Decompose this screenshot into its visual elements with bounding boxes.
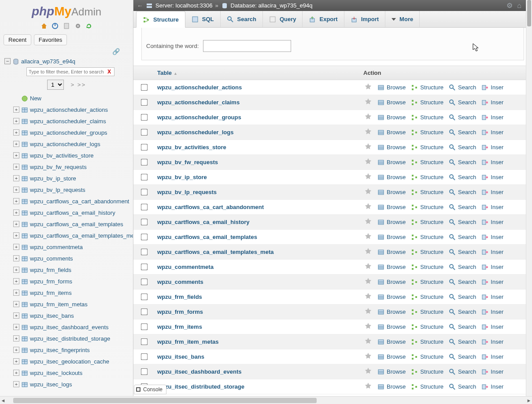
table-name-link[interactable]: wpzu_frm_fields	[157, 294, 202, 300]
action-browse[interactable]: Browse	[387, 159, 406, 165]
favorite-star-icon[interactable]	[362, 202, 375, 212]
tab-sql[interactable]: SQL	[185, 11, 221, 27]
vertical-scrollbar[interactable]	[526, 0, 532, 404]
row-checkbox[interactable]	[141, 204, 148, 211]
row-checkbox[interactable]	[141, 294, 148, 301]
row-checkbox[interactable]	[141, 219, 148, 226]
database-link[interactable]: allacira_wp735_e94q	[21, 58, 75, 65]
action-search[interactable]: Search	[458, 234, 476, 240]
logo[interactable]: phpMyAdmin	[0, 0, 133, 20]
action-structure[interactable]: Structure	[420, 338, 443, 345]
expand-icon[interactable]: +	[13, 107, 19, 113]
table-name-link[interactable]: wpzu_frm_forms	[157, 309, 203, 315]
action-search[interactable]: Search	[458, 264, 476, 270]
action-insert[interactable]: Inser	[491, 323, 503, 330]
expand-icon[interactable]: +	[13, 312, 19, 319]
action-browse[interactable]: Browse	[387, 368, 406, 375]
new-table-node[interactable]: New	[13, 92, 133, 104]
breadcrumb-database[interactable]: Database: allacira_wp735_e94q	[231, 2, 313, 9]
action-insert[interactable]: Inser	[491, 294, 503, 300]
page-select[interactable]: 1	[47, 80, 64, 90]
expand-icon[interactable]: +	[13, 324, 19, 330]
favorite-star-icon[interactable]	[362, 143, 375, 152]
action-browse[interactable]: Browse	[387, 99, 406, 106]
row-checkbox[interactable]	[141, 264, 148, 271]
action-insert[interactable]: Inser	[491, 204, 503, 210]
breadcrumb-server[interactable]: Server: localhost:3306	[155, 2, 212, 9]
expand-icon[interactable]: +	[13, 370, 19, 376]
table-name-link[interactable]: wpzu_cartflows_ca_cart_abandonment	[157, 204, 264, 210]
action-structure[interactable]: Structure	[420, 114, 443, 121]
tree-node[interactable]: +wpzu_cartflows_ca_email_templates	[13, 218, 133, 230]
table-name-link[interactable]: wpzu_itsec_bans	[157, 353, 204, 360]
action-search[interactable]: Search	[458, 368, 476, 375]
table-name-link[interactable]: wpzu_itsec_distributed_storage	[157, 383, 244, 390]
action-browse[interactable]: Browse	[387, 309, 406, 315]
expand-icon[interactable]: +	[13, 244, 19, 250]
home-icon[interactable]	[40, 22, 48, 30]
expand-icon[interactable]: +	[13, 187, 19, 193]
action-insert[interactable]: Inser	[491, 234, 503, 240]
action-structure[interactable]: Structure	[420, 279, 443, 285]
expand-icon[interactable]: +	[13, 175, 19, 181]
page-settings-icon[interactable]: ⚙	[506, 1, 513, 10]
action-structure[interactable]: Structure	[420, 84, 443, 91]
action-insert[interactable]: Inser	[491, 279, 503, 285]
scroll-left-icon[interactable]: ◄	[0, 398, 6, 403]
favorite-star-icon[interactable]	[362, 128, 375, 137]
action-structure[interactable]: Structure	[420, 234, 443, 240]
action-search[interactable]: Search	[458, 294, 476, 300]
action-structure[interactable]: Structure	[420, 189, 443, 195]
action-browse[interactable]: Browse	[387, 383, 406, 390]
row-checkbox[interactable]	[141, 129, 148, 136]
favorite-star-icon[interactable]	[362, 98, 375, 107]
tab-query[interactable]: Query	[263, 11, 303, 27]
row-checkbox[interactable]	[141, 323, 148, 331]
page-next-icon[interactable]: > >>	[71, 81, 86, 88]
table-name-link[interactable]: wpzu_actionscheduler_actions	[157, 84, 242, 91]
logout-icon[interactable]	[51, 22, 59, 30]
row-checkbox[interactable]	[141, 144, 148, 151]
expand-icon[interactable]: +	[13, 335, 19, 342]
tab-structure[interactable]: Structure	[136, 11, 185, 28]
row-checkbox[interactable]	[141, 84, 148, 91]
filter-input[interactable]	[203, 40, 291, 52]
tab-import[interactable]: Import	[344, 11, 385, 27]
favorite-star-icon[interactable]	[362, 113, 375, 122]
favorite-star-icon[interactable]	[362, 262, 375, 272]
tree-filter-input[interactable]	[26, 67, 115, 76]
tree-node[interactable]: +wpzu_cartflows_ca_email_history	[13, 207, 133, 218]
tree-node[interactable]: +wpzu_cartflows_ca_cart_abandonment	[13, 195, 133, 207]
expand-icon[interactable]: +	[13, 290, 19, 296]
tree-node[interactable]: +wpzu_frm_forms	[13, 275, 133, 287]
tree-node[interactable]: +wpzu_actionscheduler_groups	[13, 127, 133, 138]
nav-collapse-icon[interactable]: ←	[137, 2, 143, 9]
scroll-right-icon[interactable]: ►	[526, 398, 532, 403]
action-browse[interactable]: Browse	[387, 129, 406, 136]
tree-node[interactable]: +wpzu_frm_item_metas	[13, 298, 133, 310]
action-browse[interactable]: Browse	[387, 84, 406, 91]
tree-node[interactable]: +wpzu_bv_ip_store	[13, 173, 133, 184]
action-browse[interactable]: Browse	[387, 279, 406, 285]
row-checkbox[interactable]	[141, 174, 148, 181]
expand-icon[interactable]: +	[13, 232, 19, 239]
action-insert[interactable]: Inser	[491, 219, 503, 225]
favorite-star-icon[interactable]	[362, 367, 375, 376]
action-insert[interactable]: Inser	[491, 383, 503, 390]
row-checkbox[interactable]	[141, 159, 148, 166]
row-checkbox[interactable]	[141, 368, 148, 375]
tab-export[interactable]: Export	[303, 11, 344, 27]
action-insert[interactable]: Inser	[491, 129, 503, 136]
action-structure[interactable]: Structure	[420, 309, 443, 315]
action-insert[interactable]: Inser	[491, 249, 503, 255]
expand-icon[interactable]: +	[13, 221, 19, 227]
action-browse[interactable]: Browse	[387, 189, 406, 195]
favorite-star-icon[interactable]	[362, 322, 375, 331]
tree-node[interactable]: +wpzu_actionscheduler_claims	[13, 115, 133, 127]
expand-icon[interactable]: +	[13, 278, 19, 284]
reload-icon[interactable]	[85, 22, 93, 30]
expand-icon[interactable]: +	[13, 358, 19, 364]
action-browse[interactable]: Browse	[387, 174, 406, 180]
action-structure[interactable]: Structure	[420, 99, 443, 106]
action-search[interactable]: Search	[458, 338, 476, 345]
